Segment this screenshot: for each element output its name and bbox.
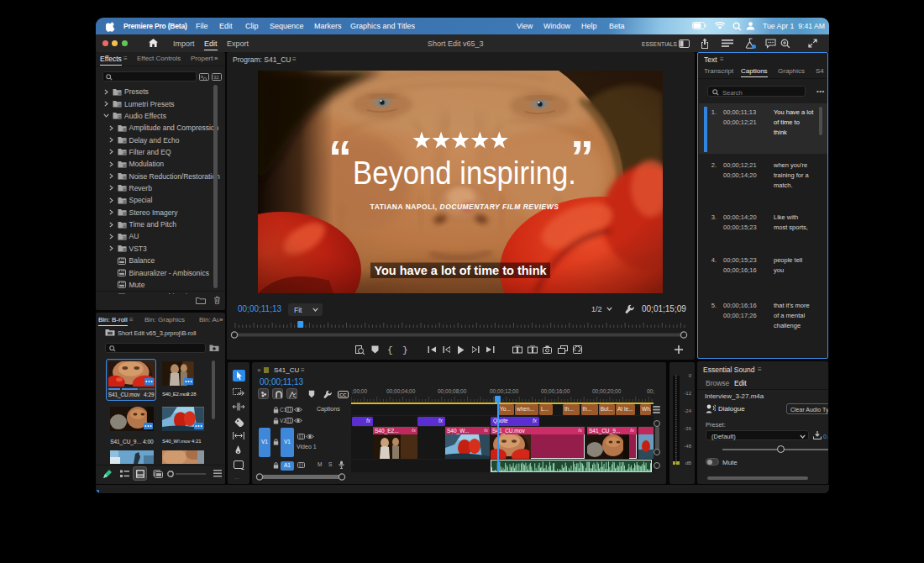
svg-text:32: 32: [213, 75, 219, 80]
svg-text:CC: CC: [339, 392, 347, 397]
svg-text:TATIANA NAPOLI, DOCUMENTARY FI: TATIANA NAPOLI, DOCUMENTARY FILM REVIEWS: [370, 203, 559, 211]
svg-text:You have a lot of time to thin: You have a lot of time to think: [374, 264, 547, 277]
svg-text:“: “: [328, 130, 352, 183]
svg-text:{: {: [387, 345, 393, 355]
svg-text:Beyond inspiring.: Beyond inspiring.: [353, 155, 576, 191]
svg-text:}: }: [402, 345, 408, 355]
